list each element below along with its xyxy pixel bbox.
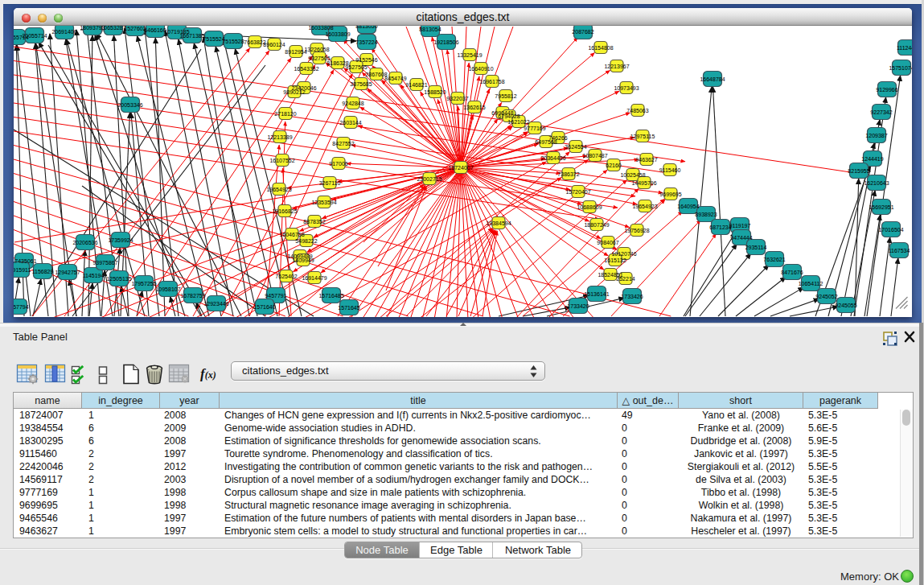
svg-text:12505135: 12505135 bbox=[106, 276, 131, 282]
svg-text:2603144: 2603144 bbox=[339, 120, 361, 126]
svg-text:13226058: 13226058 bbox=[304, 47, 329, 52]
svg-text:62160: 62160 bbox=[606, 163, 622, 168]
svg-text:9474444: 9474444 bbox=[730, 235, 752, 241]
svg-text:9119197: 9119197 bbox=[729, 223, 751, 229]
svg-text:7632621: 7632621 bbox=[763, 257, 785, 262]
svg-text:9457794: 9457794 bbox=[14, 304, 29, 310]
svg-text:6497568: 6497568 bbox=[535, 139, 556, 145]
svg-text:20053346: 20053346 bbox=[117, 102, 142, 108]
svg-text:8813054: 8813054 bbox=[419, 27, 441, 32]
svg-text:917006: 917006 bbox=[329, 161, 347, 167]
svg-text:9115460: 9115460 bbox=[659, 167, 681, 173]
svg-text:13325419: 13325419 bbox=[457, 52, 482, 58]
svg-text:10958107: 10958107 bbox=[155, 286, 180, 292]
svg-text:9152546: 9152546 bbox=[355, 57, 377, 63]
svg-text:10973493: 10973493 bbox=[614, 85, 639, 91]
svg-text:6794028: 6794028 bbox=[498, 113, 519, 119]
svg-text:1209387: 1209387 bbox=[865, 133, 887, 138]
svg-text:17016504: 17016504 bbox=[878, 227, 903, 233]
svg-text:12213967: 12213967 bbox=[604, 64, 629, 69]
svg-text:1615132: 1615132 bbox=[604, 257, 626, 263]
svg-text:16543362: 16543362 bbox=[294, 66, 318, 72]
svg-text:8960124: 8960124 bbox=[263, 42, 285, 47]
svg-text:19166825: 19166825 bbox=[272, 208, 297, 214]
svg-text:10120746: 10120746 bbox=[611, 251, 636, 257]
svg-text:7386372: 7386372 bbox=[557, 171, 579, 177]
svg-text:16210643: 16210643 bbox=[864, 180, 889, 186]
svg-text:23002715: 23002715 bbox=[417, 176, 441, 182]
svg-text:1527602: 1527602 bbox=[124, 26, 146, 31]
svg-text:10654112: 10654112 bbox=[799, 281, 823, 286]
svg-text:7955812: 7955812 bbox=[495, 93, 516, 99]
svg-text:9129966: 9129966 bbox=[876, 87, 897, 93]
svg-text:9242848: 9242848 bbox=[342, 101, 363, 106]
svg-text:15136141: 15136141 bbox=[584, 291, 609, 297]
svg-text:16914479: 16914479 bbox=[302, 275, 326, 281]
svg-text:17435061: 17435061 bbox=[14, 258, 37, 264]
svg-text:93975867: 93975867 bbox=[92, 260, 117, 266]
svg-text:10653287: 10653287 bbox=[101, 26, 125, 31]
svg-text:1409949: 1409949 bbox=[292, 257, 314, 263]
svg-text:7485063: 7485063 bbox=[626, 108, 648, 113]
svg-text:10688609: 10688609 bbox=[577, 204, 602, 210]
svg-text:16154808: 16154808 bbox=[588, 45, 613, 51]
svg-text:3915911: 3915911 bbox=[14, 267, 31, 273]
svg-text:9463627: 9463627 bbox=[635, 157, 657, 163]
svg-text:19384594: 19384594 bbox=[486, 220, 511, 226]
svg-text:9457791: 9457791 bbox=[265, 293, 286, 299]
svg-text:8471676: 8471676 bbox=[781, 270, 803, 275]
svg-text:1244419: 1244419 bbox=[861, 156, 883, 162]
svg-text:15692951: 15692951 bbox=[869, 204, 893, 210]
svg-text:16648784: 16648784 bbox=[700, 76, 725, 82]
svg-text:7357224: 7357224 bbox=[355, 39, 377, 45]
svg-text:6466160: 6466160 bbox=[144, 27, 166, 33]
svg-text:17957255: 17957255 bbox=[131, 281, 156, 286]
svg-text:16107552: 16107552 bbox=[269, 158, 294, 163]
svg-text:3267110: 3267110 bbox=[319, 180, 341, 186]
svg-text:18724007: 18724007 bbox=[448, 165, 473, 171]
svg-text:6871234: 6871234 bbox=[709, 225, 731, 230]
svg-text:19756928: 19756928 bbox=[624, 228, 649, 233]
svg-text:16033809: 16033809 bbox=[325, 31, 350, 37]
svg-text:19218506: 19218506 bbox=[433, 39, 458, 45]
svg-text:1588520: 1588520 bbox=[424, 89, 446, 95]
svg-text:9777169: 9777169 bbox=[524, 126, 545, 131]
svg-text:8427552: 8427552 bbox=[332, 141, 354, 146]
svg-text:5498222: 5498222 bbox=[295, 238, 317, 244]
svg-text:9245052: 9245052 bbox=[815, 294, 837, 299]
svg-text:252214: 252214 bbox=[616, 276, 634, 282]
svg-text:1167534: 1167534 bbox=[889, 248, 910, 253]
svg-text:20055714: 20055714 bbox=[22, 33, 47, 39]
svg-text:18807249: 18807249 bbox=[584, 222, 609, 228]
svg-text:17359924: 17359924 bbox=[108, 237, 133, 243]
svg-text:9245055: 9245055 bbox=[835, 303, 856, 308]
svg-text:16671385: 16671385 bbox=[179, 33, 204, 39]
svg-text:10807487: 10807487 bbox=[582, 153, 607, 159]
svg-text:3875685: 3875685 bbox=[350, 81, 372, 87]
svg-text:20364436: 20364436 bbox=[540, 155, 565, 161]
svg-text:9699695: 9699695 bbox=[659, 192, 681, 197]
svg-text:15716485: 15716485 bbox=[318, 293, 343, 299]
svg-text:16033808: 16033808 bbox=[308, 26, 333, 31]
svg-text:12923446: 12923446 bbox=[203, 301, 228, 307]
svg-text:2718120: 2718120 bbox=[274, 111, 296, 117]
svg-text:9322037: 9322037 bbox=[446, 96, 468, 101]
svg-text:15720407: 15720407 bbox=[565, 189, 590, 195]
svg-text:7515528: 7515528 bbox=[222, 39, 244, 44]
svg-text:2087682: 2087682 bbox=[572, 29, 593, 35]
svg-text:1640954: 1640954 bbox=[677, 204, 699, 209]
svg-text:1733420: 1733420 bbox=[567, 303, 589, 309]
svg-text:20691406: 20691406 bbox=[51, 29, 76, 35]
svg-text:16640910: 16640910 bbox=[468, 66, 493, 72]
svg-text:9527505: 9527505 bbox=[345, 64, 367, 70]
svg-text:20206536: 20206536 bbox=[72, 240, 97, 245]
svg-text:1156829: 1156829 bbox=[32, 269, 54, 274]
svg-text:12975115: 12975115 bbox=[630, 134, 655, 139]
svg-text:9146821: 9146821 bbox=[405, 82, 427, 88]
svg-text:2935114: 2935114 bbox=[745, 245, 767, 250]
svg-text:12942757: 12942757 bbox=[55, 270, 80, 275]
svg-text:1621022: 1621022 bbox=[507, 119, 529, 125]
svg-text:1571645: 1571645 bbox=[338, 305, 359, 311]
svg-text:1571640: 1571640 bbox=[253, 304, 275, 310]
svg-text:9227342: 9227342 bbox=[870, 109, 892, 115]
